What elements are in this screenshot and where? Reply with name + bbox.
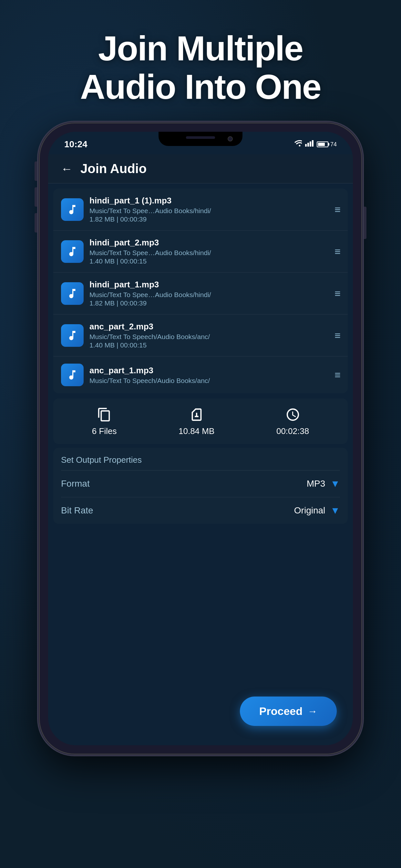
drag-handle-0[interactable]: ≡: [335, 205, 340, 215]
proceed-arrow-icon: →: [308, 706, 317, 717]
format-value-wrapper: MP3 ▼: [307, 478, 340, 489]
format-label: Format: [61, 478, 90, 489]
bitrate-row[interactable]: Bit Rate Original ▼: [61, 497, 340, 524]
notch-speaker: [186, 136, 215, 139]
bitrate-dropdown-icon[interactable]: ▼: [330, 505, 340, 516]
format-dropdown-icon[interactable]: ▼: [330, 478, 340, 489]
bitrate-value: Original: [294, 505, 325, 516]
file-meta-0: 1.82 MB | 00:00:39: [89, 215, 329, 223]
total-duration: 00:02:38: [276, 426, 309, 436]
phone-frame: 10:24: [39, 123, 362, 754]
file-name-0: hindi_part_1 (1).mp3: [89, 196, 329, 206]
file-icon-4: [61, 364, 84, 386]
file-info-3: anc_part_2.mp3 Music/Text To Speech/Audi…: [89, 321, 329, 349]
file-name-3: anc_part_2.mp3: [89, 321, 329, 332]
files-count: 6 Files: [92, 426, 117, 436]
battery-fill: [318, 143, 325, 146]
file-info-4: anc_part_1.mp3 Music/Text To Speech/Audi…: [89, 366, 329, 384]
svg-rect-4: [312, 140, 313, 147]
wifi-icon: [294, 140, 302, 149]
file-item[interactable]: hindi_part_1.mp3 Music/Text To Spee…Audi…: [53, 273, 348, 314]
file-path-0: Music/Text To Spee…Audio Books/hindi/: [89, 207, 329, 215]
signal-icon: [305, 140, 313, 149]
status-icons: 74: [294, 140, 337, 149]
file-info-1: hindi_part_2.mp3 Music/Text To Spee…Audi…: [89, 238, 329, 265]
file-icon-1: [61, 240, 84, 263]
svg-rect-1: [305, 144, 307, 147]
drag-handle-1[interactable]: ≡: [335, 246, 340, 257]
format-row[interactable]: Format MP3 ▼: [61, 470, 340, 497]
proceed-label: Proceed: [259, 705, 303, 717]
file-item[interactable]: hindi_part_1 (1).mp3 Music/Text To Spee……: [53, 189, 348, 230]
stat-files: 6 Files: [92, 406, 117, 436]
file-name-4: anc_part_1.mp3: [89, 366, 329, 376]
hero-section: Join MultipleAudio Into One: [0, 0, 401, 135]
stats-bar: 6 Files 10.84 MB: [53, 399, 348, 444]
back-button[interactable]: ←: [61, 162, 73, 176]
app-header: ← Join Audio: [48, 154, 353, 183]
total-size: 10.84 MB: [179, 426, 214, 436]
battery-indicator: 74: [317, 141, 337, 148]
drag-handle-3[interactable]: ≡: [335, 330, 340, 341]
files-icon: [96, 406, 113, 423]
notch: [158, 132, 243, 146]
drag-handle-4[interactable]: ≡: [335, 370, 340, 380]
output-section: Set Output Properties Format MP3 ▼ Bit R…: [53, 448, 348, 524]
size-icon: [188, 406, 205, 423]
file-path-4: Music/Text To Speech/Audio Books/anc/: [89, 377, 329, 384]
svg-rect-2: [307, 143, 309, 147]
svg-rect-3: [310, 142, 311, 147]
file-name-2: hindi_part_1.mp3: [89, 280, 329, 290]
file-info-2: hindi_part_1.mp3 Music/Text To Spee…Audi…: [89, 280, 329, 307]
battery-text: 74: [330, 141, 337, 148]
stat-duration: 00:02:38: [276, 406, 309, 436]
file-info-0: hindi_part_1 (1).mp3 Music/Text To Spee……: [89, 196, 329, 223]
file-name-1: hindi_part_2.mp3: [89, 238, 329, 248]
proceed-button[interactable]: Proceed →: [240, 696, 337, 726]
phone-screen: 10:24: [48, 132, 353, 745]
notch-camera: [227, 136, 233, 142]
output-header: Set Output Properties: [61, 448, 340, 470]
format-value: MP3: [307, 478, 326, 489]
phone-container: 10:24: [39, 123, 362, 754]
file-path-2: Music/Text To Spee…Audio Books/hindi/: [89, 291, 329, 299]
bitrate-label: Bit Rate: [61, 505, 93, 516]
file-icon-0: [61, 198, 84, 221]
file-path-3: Music/Text To Speech/Audio Books/anc/: [89, 333, 329, 341]
svg-point-0: [299, 145, 300, 147]
file-icon-3: [61, 324, 84, 347]
hero-title: Join MultipleAudio Into One: [80, 29, 321, 106]
app-title: Join Audio: [81, 161, 147, 176]
file-item[interactable]: hindi_part_2.mp3 Music/Text To Spee…Audi…: [53, 230, 348, 273]
bitrate-value-wrapper: Original ▼: [294, 505, 340, 516]
file-meta-1: 1.40 MB | 00:00:15: [89, 257, 329, 265]
drag-handle-2[interactable]: ≡: [335, 288, 340, 299]
duration-icon: [284, 406, 301, 423]
file-meta-2: 1.82 MB | 00:00:39: [89, 299, 329, 307]
status-time: 10:24: [64, 139, 88, 150]
battery-box: [317, 142, 328, 147]
file-meta-3: 1.40 MB | 00:00:15: [89, 341, 329, 349]
file-list: hindi_part_1 (1).mp3 Music/Text To Spee……: [53, 189, 348, 393]
file-icon-2: [61, 282, 84, 305]
stat-size: 10.84 MB: [179, 406, 214, 436]
file-path-1: Music/Text To Spee…Audio Books/hindi/: [89, 249, 329, 257]
file-item[interactable]: anc_part_1.mp3 Music/Text To Speech/Audi…: [53, 356, 348, 393]
file-item[interactable]: anc_part_2.mp3 Music/Text To Speech/Audi…: [53, 314, 348, 356]
